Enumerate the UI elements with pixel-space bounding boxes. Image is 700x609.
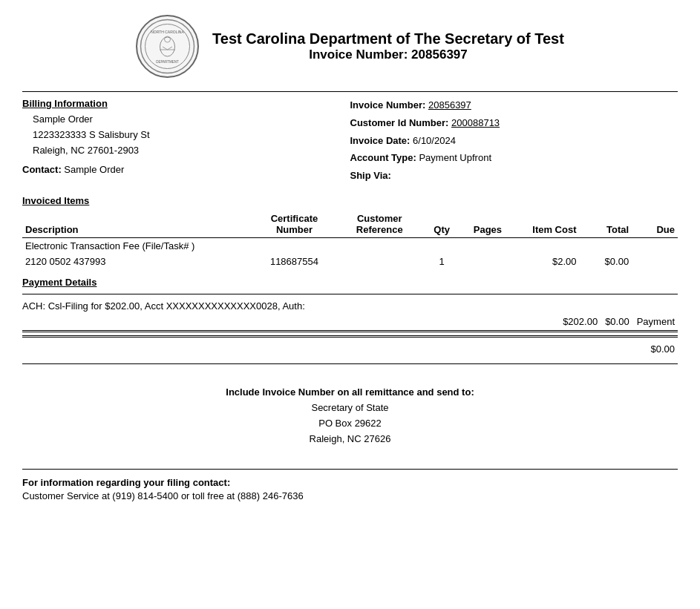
invoice-date-row: Invoice Date: 6/10/2024: [350, 134, 678, 149]
items-table: Description CertificateNumber CustomerRe…: [22, 211, 678, 269]
header-divider: [22, 91, 678, 92]
page-header: NORTH CAROLINA DEPARTMENT Test Carolina …: [22, 15, 678, 78]
footer-info-label: For information regarding your filing co…: [22, 477, 678, 488]
invoiced-items-title: Invoiced Items: [22, 195, 678, 206]
row-qty2: 1: [422, 254, 462, 269]
row-qty: [422, 237, 462, 254]
ship-via-row: Ship Via:: [350, 168, 678, 184]
customer-id-row: Customer Id Number: 200088713: [350, 116, 678, 131]
state-seal: NORTH CAROLINA DEPARTMENT: [136, 15, 199, 78]
invoice-number-row: Invoice Number: 20856397: [350, 98, 678, 113]
invoice-date-value: 6/10/2024: [413, 135, 456, 146]
account-type-label: Account Type:: [350, 152, 416, 163]
remittance-line1: Secretary of State: [22, 401, 678, 416]
ach-description: ACH: Csl-Filing for $202.00, Acct XXXXXX…: [22, 300, 305, 312]
customer-id-label: Customer Id Number:: [350, 117, 449, 128]
row-due: [632, 237, 678, 254]
header-text-block: Test Carolina Department of The Secretar…: [212, 30, 564, 62]
row-cert2: 118687554: [252, 254, 337, 269]
row-total: [580, 237, 632, 254]
billing-name: Sample Order: [33, 112, 350, 128]
col-header-description: Description: [22, 211, 252, 238]
org-name: Test Carolina Department of The Secretar…: [212, 30, 564, 47]
contact-label: Contact:: [22, 164, 62, 175]
payment-divider-top: [22, 294, 678, 294]
payment-amount-row: $202.00 $0.00 Payment: [22, 316, 678, 327]
final-divider: [22, 363, 678, 364]
col-header-due: Due: [632, 211, 678, 238]
row-cert: [252, 237, 337, 254]
col-header-cert: CertificateNumber: [252, 211, 337, 238]
col-header-custref: CustomerReference: [337, 211, 422, 238]
account-type-row: Account Type: Payment Upfront: [350, 151, 678, 166]
col-header-total: Total: [580, 211, 632, 238]
invoice-number-label: Invoice Number:: [350, 99, 426, 111]
row-itemcost2: $2.00: [514, 254, 579, 269]
col-header-itemcost: Item Cost: [514, 211, 579, 238]
double-line-1: [22, 330, 678, 332]
row-pages: [462, 237, 514, 254]
billing-address1: 1223323333 S Salisbury St: [33, 128, 350, 143]
account-type-value: Payment Upfront: [419, 152, 491, 163]
row-desc2: 2120 0502 437993: [22, 254, 252, 269]
billing-address2: Raleigh, NC 27601-2903: [33, 143, 350, 159]
row-itemcost: [514, 237, 579, 254]
billing-address: Sample Order 1223323333 S Salisbury St R…: [22, 112, 350, 158]
svg-point-0: [141, 20, 194, 73]
row-custref: [337, 237, 422, 254]
contact-row: Contact: Sample Order: [22, 164, 350, 175]
payment-amount: $202.00: [563, 316, 598, 327]
svg-line-7: [163, 47, 168, 50]
col-header-pages: Pages: [462, 211, 514, 238]
billing-section: Billing Information Sample Order 1223323…: [22, 98, 350, 186]
remittance-instruction: Include Invoice Number on all remittance…: [22, 386, 678, 398]
footer-info-text: Customer Service at (919) 814-5400 or to…: [22, 490, 678, 501]
final-total: $0.00: [650, 343, 675, 355]
contact-value: Sample Order: [64, 164, 124, 175]
customer-id-value: 200088713: [451, 117, 500, 128]
final-total-row: $0.00: [22, 340, 678, 358]
footer-section: For information regarding your filing co…: [22, 469, 678, 501]
invoice-number-value: 20856397: [428, 99, 471, 111]
ship-via-label: Ship Via:: [350, 170, 391, 181]
row-desc1: Electronic Transaction Fee (File/Task# ): [22, 237, 252, 254]
billing-info-title: Billing Information: [22, 98, 350, 109]
row-due2: [632, 254, 678, 269]
svg-text:NORTH CAROLINA: NORTH CAROLINA: [151, 30, 184, 34]
remittance-address: Secretary of State PO Box 29622 Raleigh,…: [22, 401, 678, 447]
table-row: 2120 0502 437993 118687554 1 $2.00 $0.00: [22, 254, 678, 269]
remittance-line2: PO Box 29622: [22, 416, 678, 432]
invoice-date-label: Invoice Date:: [350, 135, 410, 146]
table-row: Electronic Transaction Fee (File/Task# ): [22, 237, 678, 254]
invoice-info-section: Invoice Number: 20856397 Customer Id Num…: [350, 98, 678, 186]
svg-point-4: [160, 37, 175, 56]
double-line-2: [22, 335, 678, 338]
payment-details-title: Payment Details: [22, 277, 678, 288]
row-total2: $0.00: [580, 254, 632, 269]
billing-invoice-section: Billing Information Sample Order 1223323…: [22, 98, 678, 186]
row-pages2: [462, 254, 514, 269]
payment-total: $0.00: [605, 316, 629, 327]
invoice-number-header: Invoice Number: 20856397: [212, 47, 564, 62]
svg-line-8: [168, 47, 173, 50]
row-custref2: [337, 254, 422, 269]
col-header-qty: Qty: [422, 211, 462, 238]
remittance-section: Include Invoice Number on all remittance…: [22, 386, 678, 447]
ach-description-row: ACH: Csl-Filing for $202.00, Acct XXXXXX…: [22, 300, 678, 312]
remittance-line3: Raleigh, NC 27626: [22, 432, 678, 447]
payment-label: Payment: [637, 316, 675, 327]
svg-text:DEPARTMENT: DEPARTMENT: [156, 60, 179, 64]
